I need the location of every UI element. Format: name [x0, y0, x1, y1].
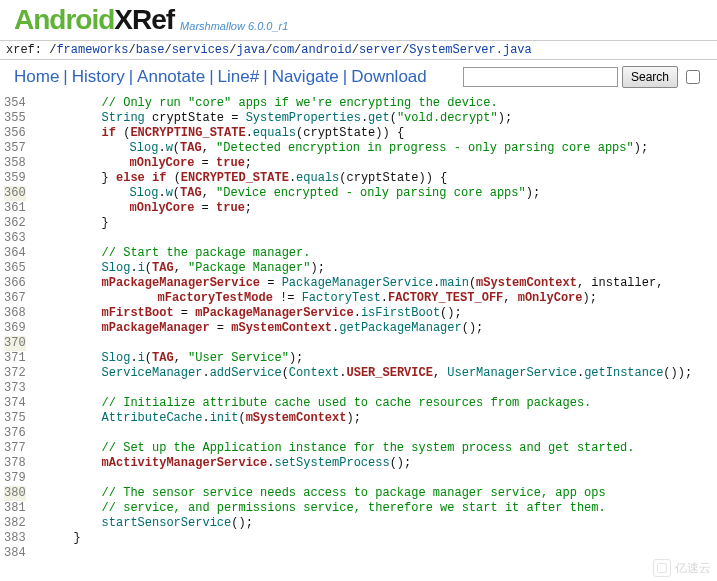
line-number[interactable]: 373 — [4, 381, 26, 396]
line-number[interactable]: 357 — [4, 141, 26, 156]
code-line: String cryptState = SystemProperties.get… — [34, 111, 693, 126]
line-number[interactable]: 361 — [4, 201, 26, 216]
line-number[interactable]: 359 — [4, 171, 26, 186]
breadcrumb: xref: /frameworks/base/services/java/com… — [0, 41, 717, 60]
breadcrumb-seg[interactable]: server — [359, 43, 402, 57]
line-number[interactable]: 371 — [4, 351, 26, 366]
code-line: ServiceManager.addService(Context.USER_S… — [34, 366, 693, 381]
code-view: 3543553563573583593603613623633643653663… — [0, 94, 717, 561]
breadcrumb-seg[interactable]: services — [172, 43, 230, 57]
line-number[interactable]: 381 — [4, 501, 26, 516]
line-number[interactable]: 372 — [4, 366, 26, 381]
watermark-text: 亿速云 — [675, 560, 711, 562]
line-number[interactable]: 363 — [4, 231, 26, 246]
code-line: mOnlyCore = true; — [34, 156, 693, 171]
code-line: Slog.w(TAG, "Device encrypted - only par… — [34, 186, 693, 201]
line-number[interactable]: 356 — [4, 126, 26, 141]
code-line: // Initialize attribute cache used to ca… — [34, 396, 693, 411]
code-line: // service, and permissions service, the… — [34, 501, 693, 516]
search-form — [463, 66, 703, 88]
navbar: Home | History | Annotate | Line# | Navi… — [0, 60, 717, 94]
logo-xref: XRef — [114, 4, 174, 35]
logo-android: Android — [14, 4, 114, 35]
code-line: } — [34, 216, 693, 231]
line-number[interactable]: 354 — [4, 96, 26, 111]
nav-download[interactable]: Download — [351, 67, 427, 87]
watermark-icon — [653, 559, 671, 561]
breadcrumb-seg[interactable]: com — [272, 43, 294, 57]
code-line: Slog.i(TAG, "Package Manager"); — [34, 261, 693, 276]
code-line: if (ENCRYPTING_STATE.equals(cryptState))… — [34, 126, 693, 141]
nav-annotate[interactable]: Annotate — [137, 67, 205, 87]
breadcrumb-prefix: xref: — [6, 43, 49, 57]
code-line — [34, 336, 693, 351]
search-button[interactable] — [622, 66, 678, 88]
logo[interactable]: AndroidXRef — [14, 4, 174, 36]
breadcrumb-seg[interactable]: SystemServer.java — [409, 43, 531, 57]
line-number[interactable]: 362 — [4, 216, 26, 231]
code-line: mOnlyCore = true; — [34, 201, 693, 216]
code-line: mPackageManager = mSystemContext.getPack… — [34, 321, 693, 336]
header: AndroidXRef Marshmallow 6.0.0_r1 — [0, 0, 717, 41]
line-number[interactable]: 378 — [4, 456, 26, 471]
code-line: Slog.i(TAG, "User Service"); — [34, 351, 693, 366]
nav-line[interactable]: Line# — [218, 67, 260, 87]
nav-navigate[interactable]: Navigate — [272, 67, 339, 87]
breadcrumb-seg[interactable]: frameworks — [56, 43, 128, 57]
code-line: mFactoryTestMode != FactoryTest.FACTORY_… — [34, 291, 693, 306]
breadcrumb-seg[interactable]: android — [301, 43, 351, 57]
line-number[interactable]: 366 — [4, 276, 26, 291]
search-input[interactable] — [463, 67, 618, 87]
line-number[interactable]: 382 — [4, 516, 26, 531]
code-line: // The sensor service needs access to pa… — [34, 486, 693, 501]
line-number[interactable]: 365 — [4, 261, 26, 276]
code-line — [34, 426, 693, 441]
line-number[interactable]: 368 — [4, 306, 26, 321]
line-number[interactable]: 374 — [4, 396, 26, 411]
line-number[interactable]: 360 — [4, 186, 26, 201]
line-number[interactable]: 358 — [4, 156, 26, 171]
code-line: startSensorService(); — [34, 516, 693, 531]
line-number[interactable]: 383 — [4, 531, 26, 546]
code-line: } else if (ENCRYPTED_STATE.equals(cryptS… — [34, 171, 693, 186]
line-number[interactable]: 375 — [4, 411, 26, 426]
source: // Only run "core" apps if we're encrypt… — [34, 96, 693, 561]
line-number[interactable]: 376 — [4, 426, 26, 441]
breadcrumb-seg[interactable]: java — [236, 43, 265, 57]
line-number[interactable]: 364 — [4, 246, 26, 261]
code-line: mPackageManagerService = PackageManagerS… — [34, 276, 693, 291]
code-line — [34, 471, 693, 486]
code-line: mActivityManagerService.setSystemProcess… — [34, 456, 693, 471]
code-line — [34, 546, 693, 561]
nav-home[interactable]: Home — [14, 67, 59, 87]
code-line: Slog.w(TAG, "Detected encryption in prog… — [34, 141, 693, 156]
search-checkbox[interactable] — [686, 70, 700, 84]
line-number[interactable]: 370 — [4, 336, 26, 351]
version-label[interactable]: Marshmallow 6.0.0_r1 — [180, 20, 288, 36]
line-number[interactable]: 367 — [4, 291, 26, 306]
line-gutter: 3543553563573583593603613623633643653663… — [0, 96, 34, 561]
code-line: AttributeCache.init(mSystemContext); — [34, 411, 693, 426]
code-line: // Only run "core" apps if we're encrypt… — [34, 96, 693, 111]
nav-history[interactable]: History — [72, 67, 125, 87]
line-number[interactable]: 355 — [4, 111, 26, 126]
line-number[interactable]: 369 — [4, 321, 26, 336]
line-number[interactable]: 384 — [4, 546, 26, 561]
code-line — [34, 381, 693, 396]
breadcrumb-seg[interactable]: base — [136, 43, 165, 57]
watermark: 亿速云 — [653, 559, 711, 561]
code-line: // Start the package manager. — [34, 246, 693, 261]
line-number[interactable]: 379 — [4, 471, 26, 486]
code-line: } — [34, 531, 693, 546]
line-number[interactable]: 380 — [4, 486, 26, 501]
code-line: // Set up the Application instance for t… — [34, 441, 693, 456]
line-number[interactable]: 377 — [4, 441, 26, 456]
code-line — [34, 231, 693, 246]
code-line: mFirstBoot = mPackageManagerService.isFi… — [34, 306, 693, 321]
